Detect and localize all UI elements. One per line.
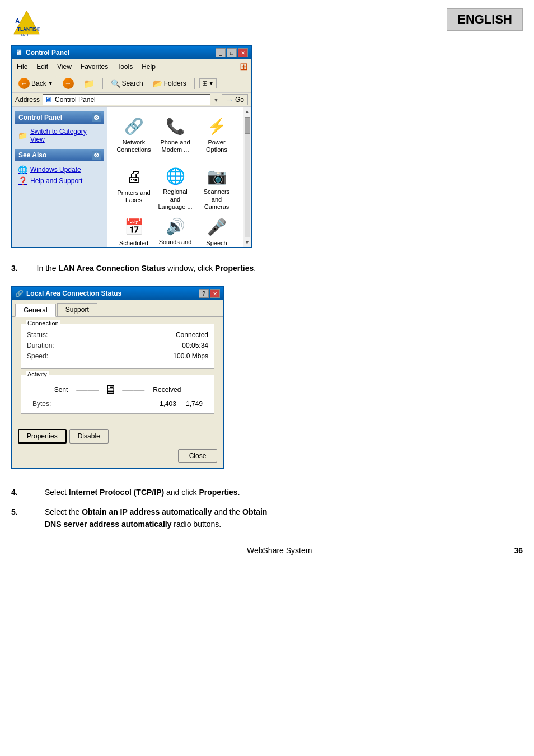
menu-help[interactable]: Help (140, 62, 157, 71)
window-titlebar: 🖥 Control Panel _ □ ✕ (12, 46, 251, 59)
scroll-down-arrow[interactable]: ▼ (245, 238, 250, 247)
back-dropdown-icon[interactable]: ▼ (48, 81, 53, 86)
svg-text:AND: AND (21, 33, 29, 37)
scrollbar[interactable]: ▲ ▼ (243, 107, 251, 247)
icon-printers-faxes[interactable]: 🖨 Printers andFaxes (113, 163, 154, 213)
menu-bar: File Edit View Favorites Tools Help ⊞ (12, 59, 251, 74)
icon-sounds-audio[interactable]: 🔊 Sounds andAudio Devices (154, 213, 196, 247)
scroll-track[interactable] (245, 117, 250, 237)
toolbar-separator-1 (102, 78, 103, 89)
icon-network-connections[interactable]: 🔗 NetworkConnections (113, 113, 154, 163)
menu-file[interactable]: File (15, 62, 29, 71)
address-input-field[interactable]: 🖥 Control Panel (43, 94, 210, 105)
step4-text: Select Internet Protocol (TCP/IP) and cl… (45, 486, 240, 498)
forward-icon: → (63, 78, 74, 89)
status-value: Connected (176, 331, 208, 339)
step5-text: Select the Obtain an IP address automati… (45, 506, 267, 531)
search-label: Search (122, 80, 143, 87)
dialog-action-buttons: Properties Disable (12, 426, 223, 446)
icon-scheduled-tasks[interactable]: 📅 ScheduledTasks (113, 213, 154, 247)
address-value: Control Panel (55, 96, 96, 104)
received-label: Received (153, 386, 181, 394)
speech-label: Speech (206, 240, 227, 247)
menu-edit[interactable]: Edit (35, 62, 50, 71)
steps-bottom: 4. Select Internet Protocol (TCP/IP) and… (0, 480, 534, 543)
views-button[interactable]: ⊞ ▼ (199, 78, 217, 88)
lac-titlebar-buttons: ? ✕ (199, 289, 220, 298)
icon-regional-language[interactable]: 🌐 Regional andLanguage ... (154, 163, 196, 213)
properties-button[interactable]: Properties (18, 429, 67, 444)
go-arrow-icon: → (226, 95, 233, 104)
bytes-received-value: 1,749 (186, 400, 203, 408)
power-options-icon: ⚡ (206, 115, 227, 137)
icon-power-options[interactable]: ⚡ Power Options (196, 113, 237, 163)
go-button[interactable]: → Go (222, 94, 248, 105)
tab-support[interactable]: Support (57, 303, 97, 316)
scanners-cameras-icon: 📷 (206, 166, 227, 186)
windows-logo-icon: ⊞ (240, 60, 248, 73)
duration-value: 00:05:34 (182, 342, 208, 349)
menu-tools[interactable]: Tools (115, 62, 134, 71)
status-row: Status: Connected (27, 331, 208, 339)
bytes-row: Bytes: 1,403 1,749 (27, 400, 208, 408)
windows-update-item[interactable]: 🌐 Windows Update (15, 164, 104, 175)
help-support-item[interactable]: ❓ Help and Support (15, 175, 104, 186)
icon-phone-modem[interactable]: 📞 Phone andModem ... (154, 113, 196, 163)
lac-title-icon: 🔗 (15, 290, 24, 297)
see-also-section-header: See Also ⊗ (15, 149, 104, 161)
folders-label: Folders (164, 80, 186, 87)
close-button[interactable]: ✕ (238, 48, 248, 57)
speed-value: 100.0 Mbps (173, 352, 208, 360)
switch-category-view-item[interactable]: 📁 Switch to Category View (15, 127, 104, 144)
bytes-separator (181, 400, 181, 408)
toolbar: ← Back ▼ → 📁 🔍 Search 📂 Folders ⊞ ▼ (12, 74, 251, 93)
scroll-up-arrow[interactable]: ▲ (245, 107, 250, 116)
icon-scanners-cameras[interactable]: 📷 Scanners andCameras (196, 163, 237, 213)
scheduled-tasks-icon: 📅 (123, 216, 144, 237)
step3-number: 3. (11, 264, 18, 273)
views-dropdown-icon[interactable]: ▼ (209, 81, 214, 86)
menu-favorites[interactable]: Favorites (79, 62, 110, 71)
bytes-label: Bytes: (32, 400, 51, 408)
collapse-see-also-button[interactable]: ⊗ (92, 151, 101, 160)
lac-close-button[interactable]: ✕ (210, 289, 220, 298)
disable-button[interactable]: Disable (69, 429, 109, 444)
step3-instruction: 3. In the LAN Area Connection Status win… (0, 248, 534, 283)
icon-speech[interactable]: 🎤 Speech (196, 213, 237, 247)
printers-faxes-label: Printers andFaxes (117, 189, 150, 204)
folders-icon: 📂 (153, 79, 162, 88)
window-title: Control Panel (26, 49, 69, 57)
tab-general[interactable]: General (15, 304, 56, 317)
up-icon: 📁 (83, 78, 95, 89)
dialog-body: Connection Status: Connected Duration: 0… (12, 317, 223, 426)
minimize-button[interactable]: _ (216, 48, 226, 57)
footer-page-number: 36 (514, 546, 523, 555)
step5-row: 5. Select the Obtain an IP address autom… (11, 506, 523, 531)
address-panel-icon: 🖥 (45, 95, 53, 104)
forward-button[interactable]: → (59, 76, 77, 91)
lac-help-button[interactable]: ? (199, 289, 209, 298)
collapse-control-panel-button[interactable]: ⊗ (92, 113, 101, 122)
search-button[interactable]: 🔍 Search (107, 77, 147, 90)
bytes-values: 1,403 1,749 (160, 400, 203, 408)
menu-view[interactable]: View (55, 62, 73, 71)
back-button[interactable]: ← Back ▼ (15, 76, 57, 91)
logo-area: TLANTIS® AND A (11, 8, 42, 39)
maximize-button[interactable]: □ (227, 48, 237, 57)
scheduled-tasks-label: ScheduledTasks (119, 240, 148, 247)
windows-update-label: Windows Update (30, 166, 81, 174)
lac-titlebar: 🔗 Local Area Connection Status ? ✕ (12, 287, 223, 300)
scroll-thumb[interactable] (245, 117, 250, 134)
phone-modem-label: Phone andModem ... (160, 139, 190, 153)
up-button[interactable]: 📁 (80, 77, 98, 91)
windows-update-icon: 🌐 (18, 165, 27, 174)
scanners-cameras-label: Scanners andCameras (199, 188, 235, 211)
lac-window-title: Local Area Connection Status (26, 290, 121, 297)
search-icon: 🔍 (111, 79, 120, 88)
control-panel-icon: 🖥 (15, 48, 23, 57)
address-dropdown-icon[interactable]: ▼ (213, 97, 219, 103)
regional-language-label: Regional andLanguage ... (157, 188, 193, 211)
close-dialog-button[interactable]: Close (178, 449, 217, 463)
folders-button[interactable]: 📂 Folders (149, 77, 190, 90)
duration-row: Duration: 00:05:34 (27, 342, 208, 349)
